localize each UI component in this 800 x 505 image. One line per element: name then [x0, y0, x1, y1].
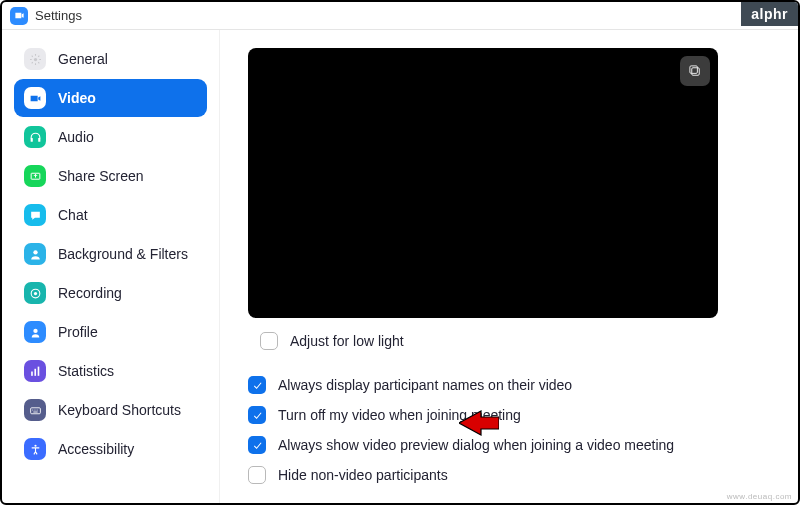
svg-point-12: [32, 409, 33, 410]
sidebar: GeneralVideoAudioShare ScreenChatBackgro…: [2, 30, 220, 503]
svg-rect-9: [34, 368, 36, 375]
app-icon: [10, 7, 28, 25]
accessibility-icon: [24, 438, 46, 460]
checkbox-unchecked-icon[interactable]: [248, 466, 266, 484]
sidebar-item-video[interactable]: Video: [14, 79, 207, 117]
sidebar-item-statistics[interactable]: Statistics: [14, 352, 207, 390]
sidebar-item-recording[interactable]: Recording: [14, 274, 207, 312]
svg-rect-2: [38, 138, 40, 142]
svg-rect-11: [30, 407, 40, 413]
sidebar-item-label: Video: [58, 90, 96, 106]
checkbox-checked-icon[interactable]: [248, 436, 266, 454]
sidebar-item-label: Keyboard Shortcuts: [58, 402, 181, 418]
sidebar-item-label: Background & Filters: [58, 246, 188, 262]
sidebar-item-profile[interactable]: Profile: [14, 313, 207, 351]
sidebar-item-background-filters[interactable]: Background & Filters: [14, 235, 207, 273]
sidebar-item-label: Audio: [58, 129, 94, 145]
source-mark: www.deuaq.com: [727, 492, 792, 501]
svg-point-0: [33, 57, 36, 60]
sidebar-item-keyboard-shortcuts[interactable]: Keyboard Shortcuts: [14, 391, 207, 429]
adjust-low-light-label: Adjust for low light: [290, 333, 404, 349]
svg-point-16: [34, 444, 36, 446]
svg-point-4: [33, 250, 37, 254]
option-show-preview[interactable]: Always show video preview dialog when jo…: [248, 436, 784, 454]
pointer-arrow-icon: [459, 408, 499, 442]
watermark-badge: alphr: [741, 2, 798, 26]
option-display-names[interactable]: Always display participant names on thei…: [248, 376, 784, 394]
video-preview: [248, 48, 718, 318]
gear-icon: [24, 48, 46, 70]
rotate-icon[interactable]: [680, 56, 710, 86]
main-panel: Adjust for low light Always display part…: [220, 30, 798, 503]
sidebar-item-general[interactable]: General: [14, 40, 207, 78]
sidebar-item-label: Accessibility: [58, 441, 134, 457]
svg-marker-19: [459, 411, 499, 435]
sidebar-item-share-screen[interactable]: Share Screen: [14, 157, 207, 195]
option-label: Hide non-video participants: [278, 467, 448, 483]
sidebar-item-label: Share Screen: [58, 168, 144, 184]
sidebar-item-accessibility[interactable]: Accessibility: [14, 430, 207, 468]
svg-rect-15: [33, 411, 37, 412]
svg-point-14: [36, 409, 37, 410]
stats-icon: [24, 360, 46, 382]
checkbox-checked-icon[interactable]: [248, 376, 266, 394]
window-title: Settings: [35, 8, 82, 23]
checkbox-unchecked-icon[interactable]: [260, 332, 278, 350]
option-label: Always display participant names on thei…: [278, 377, 572, 393]
profile-icon: [24, 321, 46, 343]
person-icon: [24, 243, 46, 265]
chat-icon: [24, 204, 46, 226]
checkbox-checked-icon[interactable]: [248, 406, 266, 424]
option-hide-nonvideo[interactable]: Hide non-video participants: [248, 466, 784, 484]
sidebar-item-label: Profile: [58, 324, 98, 340]
sidebar-item-label: General: [58, 51, 108, 67]
option-turn-off-video[interactable]: Turn off my video when joining meeting: [248, 406, 784, 424]
svg-rect-18: [689, 65, 697, 73]
svg-point-7: [33, 328, 37, 332]
titlebar: Settings: [2, 2, 798, 30]
svg-rect-8: [31, 371, 33, 375]
sidebar-item-chat[interactable]: Chat: [14, 196, 207, 234]
record-icon: [24, 282, 46, 304]
adjust-low-light-row[interactable]: Adjust for low light: [260, 332, 784, 350]
svg-rect-1: [30, 138, 32, 142]
svg-point-13: [34, 409, 35, 410]
svg-point-6: [33, 291, 36, 294]
svg-rect-17: [691, 67, 699, 75]
sidebar-item-audio[interactable]: Audio: [14, 118, 207, 156]
sidebar-item-label: Statistics: [58, 363, 114, 379]
sidebar-item-label: Chat: [58, 207, 88, 223]
camera-icon: [24, 87, 46, 109]
sidebar-item-label: Recording: [58, 285, 122, 301]
keyboard-icon: [24, 399, 46, 421]
share-icon: [24, 165, 46, 187]
svg-rect-10: [37, 366, 39, 375]
headphones-icon: [24, 126, 46, 148]
